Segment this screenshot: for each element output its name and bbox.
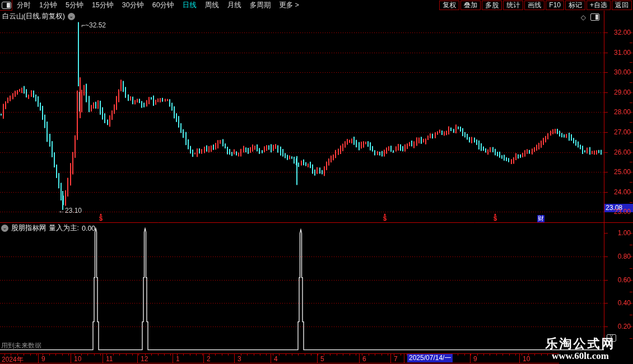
diamond-icon[interactable]: ◇ (581, 14, 586, 21)
price-axis-label: 29.00 (606, 88, 631, 96)
time-axis-label: 6 (362, 355, 366, 363)
tool-menu-button[interactable]: 标记 (565, 1, 585, 10)
chart-corner-icons: ◇ (581, 13, 599, 21)
period-menu-item[interactable]: 15分钟 (92, 1, 114, 10)
price-axis-label: 25.00 (606, 168, 631, 176)
indicator-site: 股朋指标网 (11, 223, 46, 233)
period-menu-item[interactable]: 周线 (205, 1, 219, 10)
indicator-axis-label: 0.80 (606, 253, 631, 260)
period-menu-item[interactable]: 分时 (17, 1, 31, 10)
tool-menu-button[interactable]: 叠加 (460, 1, 481, 10)
indicator-axis-label: 0.20 (606, 323, 631, 330)
tool-menu-button[interactable]: 画线 (524, 1, 544, 10)
low-price-label: ←23.10 (58, 207, 82, 214)
layout-toggle-icon[interactable] (2, 2, 11, 9)
chevron-down-icon[interactable]: ⌄ (68, 13, 75, 20)
buy-signal-marker: ▲$ (381, 213, 389, 221)
watermark-url: www.60lt.com (530, 351, 631, 362)
indicator-name: 量入为主: (49, 223, 79, 233)
price-axis-label: 26.00 (606, 148, 631, 156)
high-price-label: ⌐~32.52 (81, 21, 106, 29)
finance-flag-marker: 财 (537, 215, 544, 222)
chevron-down-icon[interactable]: ⌄ (1, 225, 8, 232)
indicator-axis-label: 0.40 (606, 299, 631, 307)
period-menu-item[interactable]: 30分钟 (122, 1, 144, 10)
price-axis-label: 32.00 (606, 29, 631, 36)
panel-layout-icon[interactable] (590, 13, 599, 21)
time-axis-label: 2 (207, 355, 211, 363)
tool-menu-button[interactable]: F10 (546, 1, 564, 10)
tool-menu-button[interactable]: +自选 (587, 1, 611, 10)
buy-signal-marker: ▲$ (491, 213, 499, 221)
time-axis-label: 9 (473, 355, 477, 363)
future-data-note: 用到未来数据 (1, 341, 41, 351)
price-axis-label: 28.00 (606, 108, 631, 116)
price-axis-label: 24.00 (606, 188, 631, 196)
tool-menu-button[interactable]: 返回 (612, 1, 632, 10)
watermark: 乐淘公式网 www.60lt.com (530, 337, 631, 362)
tool-menu-button[interactable]: 统计 (503, 1, 523, 10)
time-axis-label: 9 (41, 355, 45, 363)
period-menu-item[interactable]: 日线 (183, 1, 197, 10)
price-axis-label: 23.00 (606, 208, 631, 216)
indicator-header: ⌄ 股朋指标网 量入为主: 0.00 (1, 223, 95, 233)
menu-divider-line (0, 10, 12, 11)
time-axis-label: 12 (141, 355, 148, 363)
dollar-glyph: $ (97, 216, 105, 221)
price-axis-label: 27.00 (606, 128, 631, 136)
time-axis-label: 4 (274, 355, 278, 363)
time-axis-label: 1 (176, 355, 180, 363)
watermark-site-name: 乐淘公式网 (530, 337, 631, 351)
tool-menu-button[interactable]: 复权 (439, 1, 459, 10)
indicator-axis-label: 0.60 (606, 276, 631, 284)
tool-menu: 复权叠加多股统计画线F10标记+自选返回 (438, 0, 632, 11)
chart-canvas (0, 0, 633, 364)
tool-menu-button[interactable]: 多股 (482, 1, 502, 10)
period-menu: 分时1分钟5分钟15分钟30分钟60分钟日线周线月线多周期更多 > (17, 0, 299, 11)
period-menu-item[interactable]: 多周期 (250, 1, 271, 10)
chart-title: 白云山(日线.前复权) (2, 12, 65, 21)
buy-signal-marker: ▲$ (97, 213, 105, 221)
top-menu-bar: 分时1分钟5分钟15分钟30分钟60分钟日线周线月线多周期更多 > 复权叠加多股… (0, 0, 633, 11)
dollar-glyph: $ (381, 216, 389, 221)
time-axis-label: 7 (394, 355, 398, 363)
time-axis-label: 2024年 (2, 355, 24, 364)
period-menu-item[interactable]: 月线 (227, 1, 241, 10)
indicator-value: 0.00 (82, 225, 95, 232)
time-axis-label: 11 (106, 355, 113, 363)
time-axis-highlight-date: 2025/07/14/一 (407, 354, 453, 362)
period-menu-item[interactable]: 5分钟 (66, 1, 83, 10)
indicator-axis-label: 1.00 (606, 229, 631, 237)
menu-divider (12, 0, 12, 11)
time-axis-label: 5 (320, 355, 324, 363)
time-axis-label: 10 (523, 355, 530, 363)
price-axis-label: 31.00 (606, 49, 631, 57)
price-axis-label: 30.00 (606, 68, 631, 76)
trading-app-window: 分时1分钟5分钟15分钟30分钟60分钟日线周线月线多周期更多 > 复权叠加多股… (0, 0, 633, 364)
time-axis-label: 3 (238, 355, 241, 363)
period-menu-item[interactable]: 更多 > (279, 1, 299, 10)
dollar-glyph: $ (491, 216, 499, 221)
period-menu-item[interactable]: 1分钟 (39, 1, 57, 10)
time-axis-label: 10 (74, 355, 81, 363)
chart-title-row: 白云山(日线.前复权) ⌄ (2, 12, 75, 21)
period-menu-item[interactable]: 60分钟 (152, 1, 174, 10)
